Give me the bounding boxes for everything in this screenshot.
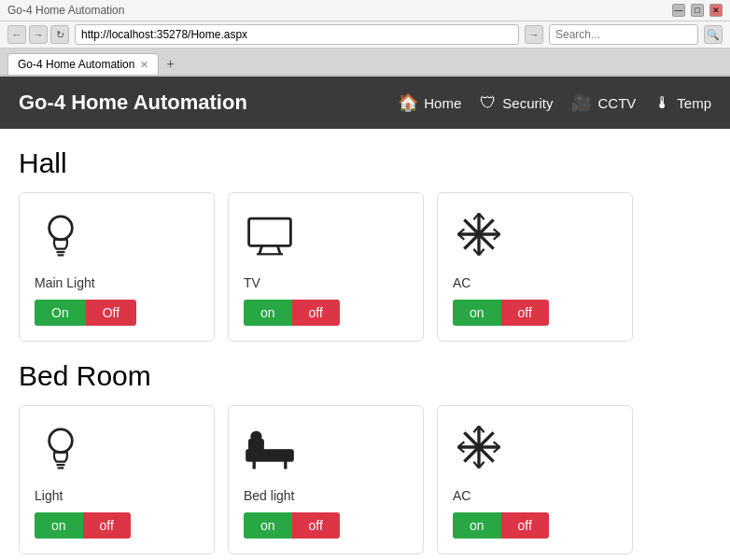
bedroom-bedlight-on-button[interactable]: on xyxy=(244,512,292,539)
svg-point-24 xyxy=(251,431,261,441)
hall-ac-off-button[interactable]: off xyxy=(501,300,549,326)
title-bar-controls: — □ ✕ xyxy=(672,4,723,17)
bedroom-devices-grid: Light on off xyxy=(19,405,711,554)
tab-close-button[interactable]: ✕ xyxy=(140,59,148,71)
app-title: Go-4 Home Automation xyxy=(19,91,398,115)
device-hall-ac-label: AC xyxy=(453,275,470,290)
bedroom-light-toggle: on off xyxy=(35,512,131,539)
device-hall-tv-label: TV xyxy=(244,275,260,290)
svg-point-19 xyxy=(49,429,73,453)
bedroom-ac-on-button[interactable]: on xyxy=(453,512,501,539)
home-icon: 🏠 xyxy=(398,92,418,113)
security-icon: 🛡 xyxy=(480,93,497,113)
bulb-icon xyxy=(35,208,87,268)
section-bedroom-title: Bed Room xyxy=(19,360,711,392)
hall-main-light-toggle: On Off xyxy=(35,300,136,326)
device-bedroom-light: Light on off xyxy=(19,405,215,554)
tv-icon xyxy=(244,208,296,268)
tab-bar: Go-4 Home Automation ✕ + xyxy=(0,49,730,76)
forward-button[interactable]: → xyxy=(29,25,48,44)
app-header: Go-4 Home Automation 🏠 Home 🛡 Security 🎥… xyxy=(0,77,730,129)
restore-button[interactable]: □ xyxy=(691,4,704,17)
new-tab-button[interactable]: + xyxy=(159,52,181,75)
hall-main-light-off-button[interactable]: Off xyxy=(86,300,136,326)
minimize-button[interactable]: — xyxy=(672,4,685,17)
nav-cctv[interactable]: 🎥 CCTV xyxy=(571,92,636,113)
back-button[interactable]: ← xyxy=(7,25,26,44)
device-hall-main-light: Main Light On Off xyxy=(19,192,215,342)
nav-temp-label: Temp xyxy=(677,95,711,111)
go-button[interactable]: → xyxy=(525,25,543,44)
hall-tv-on-button[interactable]: on xyxy=(244,300,292,326)
active-tab[interactable]: Go-4 Home Automation ✕ xyxy=(7,53,159,75)
hall-ac-toggle: on off xyxy=(453,300,549,326)
nav-security-label: Security xyxy=(502,95,553,111)
hall-tv-toggle: on off xyxy=(244,300,340,326)
nav-buttons: ← → ↻ xyxy=(7,25,69,44)
bedroom-light-off-button[interactable]: off xyxy=(83,512,131,539)
bedroom-bedlight-toggle: on off xyxy=(244,512,340,539)
section-hall: Hall Main Light On Off xyxy=(19,147,711,342)
browser-chrome: Go-4 Home Automation — □ ✕ ← → ↻ → 🔍 Go-… xyxy=(0,0,730,77)
nav-home[interactable]: 🏠 Home xyxy=(398,92,461,113)
bed-icon xyxy=(244,421,296,481)
device-hall-tv: TV on off xyxy=(228,192,424,342)
url-input[interactable] xyxy=(75,24,519,45)
app-content: Hall Main Light On Off xyxy=(0,129,730,560)
hall-devices-grid: Main Light On Off TV xyxy=(19,192,711,342)
device-bedroom-bedlight: Bed light on off xyxy=(228,405,424,554)
temp-icon: 🌡 xyxy=(654,93,671,113)
tab-label: Go-4 Home Automation xyxy=(18,58,134,71)
device-hall-ac: AC on off xyxy=(437,192,633,342)
snowflake-icon-bedroom xyxy=(453,421,505,481)
bedroom-bedlight-off-button[interactable]: off xyxy=(292,512,340,539)
bedroom-ac-off-button[interactable]: off xyxy=(501,512,549,539)
close-button[interactable]: ✕ xyxy=(709,4,723,17)
search-input[interactable] xyxy=(549,24,698,45)
section-bedroom: Bed Room Light on off xyxy=(19,360,711,554)
device-bedroom-light-label: Light xyxy=(35,488,63,503)
main-nav: 🏠 Home 🛡 Security 🎥 CCTV 🌡 Temp xyxy=(398,92,711,113)
cctv-icon: 🎥 xyxy=(571,92,592,113)
svg-rect-22 xyxy=(246,450,293,461)
svg-point-0 xyxy=(49,217,73,240)
section-hall-title: Hall xyxy=(19,147,711,179)
title-bar: Go-4 Home Automation — □ ✕ xyxy=(0,0,730,21)
refresh-button[interactable]: ↻ xyxy=(50,25,69,44)
bedroom-ac-toggle: on off xyxy=(453,512,549,539)
nav-security[interactable]: 🛡 Security xyxy=(480,93,553,113)
search-button[interactable]: 🔍 xyxy=(704,25,723,44)
browser-title: Go-4 Home Automation xyxy=(7,4,124,17)
hall-tv-off-button[interactable]: off xyxy=(292,300,340,326)
snowflake-icon xyxy=(453,208,505,268)
nav-temp[interactable]: 🌡 Temp xyxy=(654,93,711,113)
hall-ac-on-button[interactable]: on xyxy=(453,300,501,326)
device-hall-main-light-label: Main Light xyxy=(35,275,95,290)
hall-main-light-on-button[interactable]: On xyxy=(35,300,86,326)
device-bedroom-ac-label: AC xyxy=(453,488,470,503)
address-bar: ← → ↻ → 🔍 xyxy=(0,21,730,49)
nav-home-label: Home xyxy=(424,95,461,111)
device-bedroom-bedlight-label: Bed light xyxy=(244,488,294,503)
device-bedroom-ac: AC on off xyxy=(437,405,633,554)
svg-rect-3 xyxy=(249,218,291,245)
nav-cctv-label: CCTV xyxy=(597,95,636,111)
bulb-icon-bedroom xyxy=(35,421,87,481)
bedroom-light-on-button[interactable]: on xyxy=(35,512,83,539)
